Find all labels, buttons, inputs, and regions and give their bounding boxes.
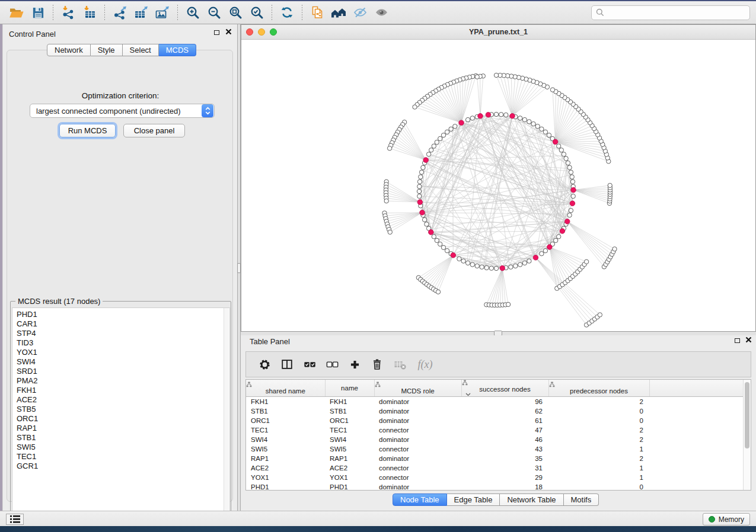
mcds-result-item[interactable]: SWI4 bbox=[17, 357, 229, 367]
search-box[interactable] bbox=[591, 5, 750, 20]
zoom-out-icon[interactable] bbox=[203, 3, 225, 22]
table-row[interactable]: FKH1FKH1dominator962 bbox=[246, 397, 743, 407]
export-network-icon[interactable] bbox=[109, 3, 130, 22]
mcds-result-item[interactable]: TEC1 bbox=[17, 452, 229, 462]
mcds-result-item[interactable]: ORC1 bbox=[17, 414, 229, 424]
table-cell: SWI5 bbox=[246, 444, 325, 454]
memory-button[interactable]: Memory bbox=[703, 513, 750, 525]
control-panel-tabs: NetworkStyleSelectMCDS bbox=[47, 44, 196, 56]
table-toolbar: f(x) bbox=[245, 351, 751, 377]
export-table-icon[interactable] bbox=[130, 3, 152, 22]
float-panel-icon[interactable] bbox=[735, 338, 740, 343]
function-builder-icon[interactable]: f(x) bbox=[411, 354, 439, 375]
mcds-result-item[interactable]: PMA2 bbox=[17, 376, 229, 386]
float-panel-icon[interactable] bbox=[214, 30, 219, 35]
mcds-result-item[interactable]: CAR1 bbox=[17, 319, 229, 329]
network-canvas bbox=[241, 40, 755, 331]
table-row[interactable]: SWI5SWI5connector431 bbox=[246, 444, 743, 454]
mcds-result-item[interactable]: STB1 bbox=[17, 433, 229, 443]
mcds-result-item[interactable]: SRD1 bbox=[17, 367, 229, 376]
mcds-result-item[interactable]: STB5 bbox=[17, 405, 229, 414]
tab-network[interactable]: Network bbox=[47, 44, 91, 56]
mcds-list-scrollbar[interactable] bbox=[224, 308, 229, 519]
table-cell: 96 bbox=[461, 397, 548, 407]
table-cell: TEC1 bbox=[246, 425, 325, 435]
network-overview-houses-icon[interactable] bbox=[328, 3, 349, 22]
search-icon bbox=[596, 8, 604, 17]
mcds-result-item[interactable]: GCR1 bbox=[17, 462, 229, 471]
tab-motifs[interactable]: Motifs bbox=[564, 493, 599, 506]
table-cell: dominator bbox=[374, 454, 461, 463]
deselect-all-checkboxes-icon[interactable] bbox=[321, 354, 343, 375]
table-row[interactable]: TEC1TEC1connector472 bbox=[246, 425, 743, 435]
tab-edge-table[interactable]: Edge Table bbox=[447, 493, 500, 506]
column-header-successor-nodes[interactable]: successor nodes bbox=[461, 380, 548, 397]
table-cell: PHD1 bbox=[325, 482, 374, 491]
table-row[interactable]: PHD1PHD1dominator180 bbox=[246, 482, 743, 491]
delete-table-icon[interactable] bbox=[388, 354, 411, 375]
column-header-name[interactable]: name bbox=[325, 380, 374, 397]
delete-columns-trash-icon[interactable] bbox=[366, 354, 388, 375]
task-history-button[interactable] bbox=[6, 514, 24, 525]
show-columns-icon[interactable] bbox=[276, 354, 298, 375]
window-zoom-traffic-light[interactable] bbox=[270, 28, 277, 36]
table-row[interactable]: RAP1RAP1dominator352 bbox=[246, 454, 743, 463]
table-row[interactable]: ACE2ACE2connector311 bbox=[246, 463, 743, 473]
table-cell: 2 bbox=[548, 397, 649, 407]
hide-graphics-details-eye-slash-icon[interactable] bbox=[349, 3, 371, 22]
mcds-result-list[interactable]: PHD1CAR1STP4TID3YOX1SWI4SRD1PMA2FKH1ACE2… bbox=[12, 307, 230, 520]
mcds-result-title: MCDS result (17 nodes) bbox=[15, 297, 103, 306]
mcds-result-item[interactable]: FKH1 bbox=[17, 386, 229, 395]
zoom-fit-icon[interactable] bbox=[225, 3, 246, 22]
table-cell-filler bbox=[649, 435, 743, 444]
tab-network-table[interactable]: Network Table bbox=[500, 493, 563, 506]
table-scrollbar-thumb[interactable] bbox=[745, 382, 749, 448]
tab-style[interactable]: Style bbox=[91, 44, 123, 56]
search-input[interactable] bbox=[607, 8, 745, 17]
duplicate-networks-icon[interactable] bbox=[307, 3, 328, 22]
add-column-plus-icon[interactable] bbox=[343, 354, 366, 375]
import-network-icon[interactable] bbox=[58, 3, 79, 22]
mcds-result-item[interactable]: TID3 bbox=[17, 338, 229, 348]
save-session-icon[interactable] bbox=[27, 3, 49, 22]
toolbar-separator bbox=[302, 5, 302, 20]
mcds-result-item[interactable]: STP4 bbox=[17, 329, 229, 338]
column-header-mcds-role[interactable]: MCDS role bbox=[374, 380, 461, 397]
open-file-icon[interactable] bbox=[6, 3, 27, 22]
mcds-result-item[interactable]: YOX1 bbox=[17, 348, 229, 357]
table-row[interactable]: STB1STB1dominator620 bbox=[246, 406, 743, 416]
tab-select[interactable]: Select bbox=[123, 44, 159, 56]
show-graphics-details-eye-icon[interactable] bbox=[371, 3, 392, 22]
column-header-predecessor-nodes[interactable]: predecessor nodes bbox=[548, 380, 649, 397]
close-panel-icon[interactable] bbox=[225, 28, 232, 35]
close-panel-button[interactable]: Close panel bbox=[123, 124, 185, 137]
table-cell: 29 bbox=[461, 473, 548, 482]
table-cell: dominator bbox=[374, 416, 461, 425]
table-row[interactable]: SWI4SWI4dominator462 bbox=[246, 435, 743, 444]
mcds-result-item[interactable]: ACE2 bbox=[17, 395, 229, 405]
run-mcds-button[interactable]: Run MCDS bbox=[59, 124, 116, 137]
criterion-dropdown[interactable]: largest connected component (undirected) bbox=[30, 104, 215, 118]
zoom-in-icon[interactable] bbox=[182, 3, 203, 22]
column-header-shared-name[interactable]: shared name bbox=[246, 380, 325, 397]
table-row[interactable]: YOX1YOX1connector291 bbox=[246, 473, 743, 482]
toolbar-separator bbox=[104, 5, 105, 20]
settings-gear-icon[interactable] bbox=[253, 354, 276, 375]
table-row[interactable]: ORC1ORC1dominator610 bbox=[246, 416, 743, 425]
network-graph[interactable] bbox=[241, 40, 755, 331]
export-image-icon[interactable] bbox=[152, 3, 173, 22]
tab-node-table[interactable]: Node Table bbox=[393, 493, 447, 506]
close-panel-icon[interactable] bbox=[745, 336, 752, 343]
select-all-checkboxes-icon[interactable] bbox=[298, 354, 321, 375]
table-scrollbar[interactable] bbox=[743, 380, 751, 490]
import-table-icon[interactable] bbox=[79, 3, 100, 22]
zoom-selected-icon[interactable] bbox=[246, 3, 267, 22]
refresh-view-icon[interactable] bbox=[276, 3, 298, 22]
window-close-traffic-light[interactable] bbox=[246, 28, 253, 36]
window-minimize-traffic-light[interactable] bbox=[258, 28, 265, 36]
tab-mcds[interactable]: MCDS bbox=[159, 44, 196, 56]
criterion-dropdown-value: largest connected component (undirected) bbox=[30, 107, 202, 116]
mcds-result-item[interactable]: SWI5 bbox=[17, 443, 229, 452]
mcds-result-item[interactable]: RAP1 bbox=[17, 424, 229, 433]
mcds-result-item[interactable]: PHD1 bbox=[17, 310, 229, 319]
